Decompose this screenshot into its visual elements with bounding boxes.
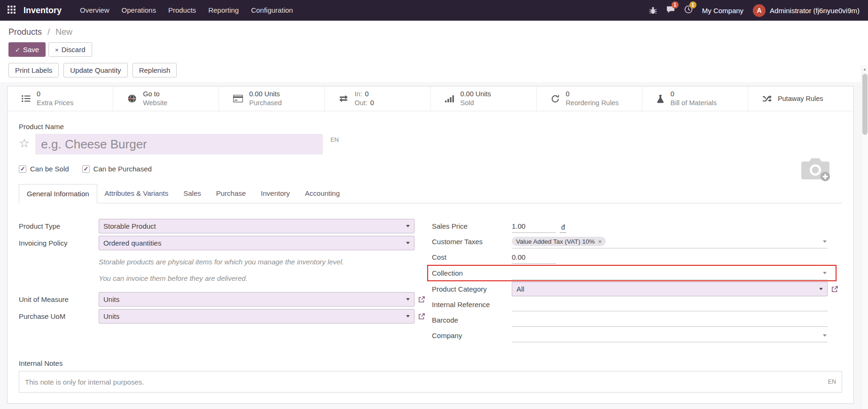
sheet-body: Product Name ☆ EN Can be Sold Can be Pur… — [8, 123, 853, 393]
storable-help-text: Storable products are physical items for… — [99, 258, 421, 266]
close-icon: × — [55, 46, 59, 54]
navbar-systray: 1 1 My Company A Administrator (fj6nyue0… — [649, 4, 860, 17]
user-menu[interactable]: A Administrator (fj6nyue0vi9m) — [753, 4, 860, 17]
product-name-row: ☆ EN — [19, 134, 842, 154]
checkbox-checked-icon — [19, 165, 26, 173]
stat-purchased[interactable]: 0.00 UnitsPurchased — [219, 86, 325, 111]
apps-grid-icon — [8, 6, 16, 15]
breadcrumb-new: New — [55, 27, 72, 37]
stat-reordering-rules[interactable]: 0Reordering Rules — [537, 86, 642, 111]
product-category-label: Product Category — [432, 285, 512, 293]
menu-products[interactable]: Products — [162, 0, 202, 21]
stat-extra-prices[interactable]: 0Extra Prices — [8, 86, 113, 111]
internal-reference-input[interactable] — [512, 298, 828, 311]
sales-price-input[interactable] — [512, 220, 556, 233]
chevron-down-icon — [819, 288, 823, 292]
product-type-label: Product Type — [19, 222, 99, 230]
action-buttons-row: Print Labels Update Quantity Replenish — [0, 57, 868, 82]
stat-in-out[interactable]: In:0 Out:0 — [325, 86, 430, 111]
external-link-icon[interactable] — [831, 286, 838, 293]
flask-icon — [657, 94, 665, 103]
stat-sold[interactable]: 0.00 UnitsSold — [431, 86, 537, 111]
tab-purchase[interactable]: Purchase — [209, 184, 253, 203]
print-labels-button[interactable]: Print Labels — [8, 63, 59, 77]
stat-go-to-website[interactable]: Go toWebsite — [113, 86, 219, 111]
messages-button[interactable]: 1 — [666, 5, 675, 15]
user-name: Administrator (fj6nyue0vi9m) — [770, 7, 860, 15]
tax-tag[interactable]: Value Added Tax (VAT) 10% × — [512, 237, 606, 246]
internal-reference-label: Internal Reference — [432, 301, 512, 309]
general-information-form: Product Type Storable Product Invoicing … — [19, 218, 842, 343]
currency-symbol: đ — [560, 220, 566, 233]
tab-general-information[interactable]: General Information — [19, 184, 97, 203]
globe-icon — [127, 94, 137, 103]
customer-taxes-field[interactable]: Value Added Tax (VAT) 10% × — [512, 235, 828, 248]
purchase-uom-select[interactable]: Units — [99, 309, 414, 324]
camera-icon — [799, 156, 832, 185]
notes-language-badge[interactable]: EN — [828, 378, 836, 385]
chevron-down-icon — [406, 298, 410, 302]
scroll-up-arrow[interactable]: ▲ — [861, 65, 868, 73]
company-label: Company — [432, 332, 512, 340]
activities-badge: 1 — [689, 1, 696, 8]
stat-bill-of-materials[interactable]: 0Bill of Materials — [642, 86, 748, 111]
chevron-down-icon — [406, 225, 410, 229]
scrollbar-thumb[interactable] — [862, 74, 868, 135]
menu-reporting[interactable]: Reporting — [202, 0, 245, 21]
cost-input[interactable] — [512, 251, 556, 264]
discard-button[interactable]: ×Discard — [48, 42, 92, 57]
app-name[interactable]: Inventory — [23, 6, 62, 15]
tag-remove-icon[interactable]: × — [598, 239, 602, 245]
internal-notes-input[interactable] — [25, 378, 822, 386]
uom-select[interactable]: Units — [99, 292, 414, 307]
external-link-icon[interactable] — [418, 296, 425, 303]
tab-accounting[interactable]: Accounting — [297, 184, 347, 203]
product-form-sheet: 0Extra Prices Go toWebsite 0.00 UnitsPur… — [7, 86, 854, 404]
product-type-select[interactable]: Storable Product — [99, 219, 414, 233]
breadcrumb-separator: / — [47, 27, 50, 37]
control-panel: Products / New ✓Save ×Discard Print Labe… — [0, 21, 868, 82]
favorite-star-icon[interactable]: ☆ — [19, 134, 30, 153]
apps-menu-button[interactable] — [0, 0, 23, 21]
shuffle-icon — [762, 95, 772, 102]
replenish-button[interactable]: Replenish — [133, 63, 177, 77]
collection-row-highlighted: Collection — [427, 265, 837, 281]
save-button[interactable]: ✓Save — [8, 42, 46, 57]
can-be-purchased-checkbox[interactable]: Can be Purchased — [82, 165, 152, 173]
product-name-input[interactable] — [35, 134, 323, 154]
invoicing-policy-select[interactable]: Ordered quantities — [99, 236, 414, 250]
update-quantity-button[interactable]: Update Quantity — [63, 63, 127, 77]
credit-card-icon — [233, 95, 243, 102]
barcode-input[interactable] — [512, 313, 828, 327]
menu-operations[interactable]: Operations — [116, 0, 162, 21]
tab-inventory[interactable]: Inventory — [253, 184, 297, 203]
chevron-down-icon — [406, 242, 410, 246]
chevron-down-icon — [823, 272, 827, 276]
external-link-icon[interactable] — [418, 313, 425, 320]
menu-overview[interactable]: Overview — [74, 0, 116, 21]
invoice-help-text: You can invoice them before they are del… — [99, 274, 421, 282]
company-switcher[interactable]: My Company — [702, 7, 743, 15]
chevron-down-icon — [406, 315, 410, 319]
form-right-column: Sales Price đ Customer Taxes Value Added… — [432, 218, 842, 343]
invoicing-policy-label: Invoicing Policy — [19, 239, 99, 247]
activities-button[interactable]: 1 — [684, 5, 693, 15]
vertical-scrollbar[interactable]: ▲ — [861, 65, 868, 409]
product-category-select[interactable]: All — [512, 282, 828, 296]
cost-label: Cost — [432, 253, 512, 261]
collection-label: Collection — [432, 269, 512, 277]
language-badge[interactable]: EN — [330, 137, 338, 143]
uom-label: Unit of Measure — [19, 295, 99, 303]
company-field[interactable] — [512, 329, 828, 342]
debug-bug-icon[interactable] — [649, 7, 657, 15]
content-area: 0Extra Prices Go toWebsite 0.00 UnitsPur… — [0, 82, 868, 409]
tab-sales[interactable]: Sales — [176, 184, 209, 203]
collection-field[interactable] — [512, 266, 828, 280]
breadcrumb-products-link[interactable]: Products — [8, 27, 42, 37]
stat-putaway-rules[interactable]: Putaway Rules — [748, 86, 853, 111]
can-be-sold-checkbox[interactable]: Can be Sold — [19, 165, 69, 173]
tab-attributes-variants[interactable]: Attributes & Variants — [97, 184, 176, 203]
product-image-placeholder[interactable] — [790, 152, 840, 189]
sale-purchase-checkboxes: Can be Sold Can be Purchased — [19, 165, 842, 173]
menu-configuration[interactable]: Configuration — [245, 0, 299, 21]
